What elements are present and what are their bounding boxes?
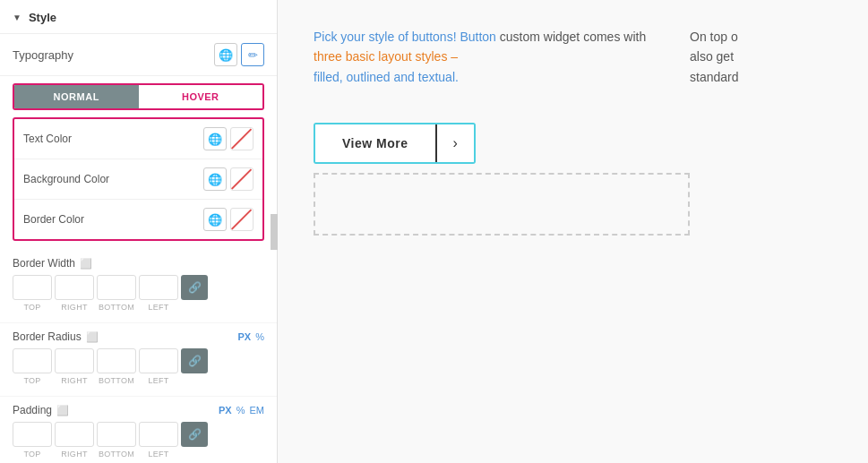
- right-content-area: Pick your style of buttons! Button custo…: [278, 0, 868, 463]
- padding-text: Padding: [13, 404, 52, 416]
- sublabel-left: LEFT: [139, 450, 178, 459]
- sublabel-top: TOP: [13, 450, 52, 459]
- border-radius-left[interactable]: [139, 348, 178, 373]
- button-widget: View More ›: [314, 123, 476, 164]
- sublabel-left: LEFT: [139, 376, 178, 385]
- padding-top[interactable]: [13, 422, 52, 447]
- style-title: Style: [29, 11, 56, 24]
- sublabel-right: RIGHT: [55, 376, 94, 385]
- border-color-globe-button[interactable]: 🌐: [203, 208, 227, 231]
- border-width-left[interactable]: [139, 275, 178, 300]
- text-color-globe-button[interactable]: 🌐: [203, 127, 227, 150]
- left-panel: ▼ Style Typography 🌐 ✏ NORMAL HOVER: [0, 0, 278, 463]
- sublabel-top: TOP: [13, 303, 52, 312]
- typography-label: Typography: [13, 48, 73, 62]
- text-block: Pick your style of buttons! Button custo…: [314, 27, 654, 87]
- monitor-icon: ⬜: [56, 405, 69, 416]
- border-width-inputs: 🔗: [13, 275, 264, 300]
- background-color-row: Background Color 🌐: [14, 159, 262, 200]
- padding-section: Padding ⬜ PX % EM 🔗 TOP: [0, 397, 277, 463]
- link-icon: 🔗: [188, 428, 202, 441]
- border-radius-top[interactable]: [13, 348, 52, 373]
- sublabel-bottom: BOTTOM: [97, 376, 136, 385]
- border-color-label: Border Color: [23, 213, 84, 226]
- bg-color-globe-button[interactable]: 🌐: [203, 167, 227, 191]
- typography-row: Typography 🌐 ✏: [0, 34, 277, 76]
- border-radius-text: Border Radius: [13, 330, 82, 343]
- side-text: On top oalso getstandard: [690, 27, 738, 87]
- side-paragraph: On top oalso getstandard: [690, 27, 738, 87]
- pencil-icon: ✏: [248, 48, 258, 62]
- padding-units: PX % EM: [219, 405, 264, 416]
- sublabel-right: RIGHT: [55, 303, 94, 312]
- text-color-icons: 🌐: [203, 127, 254, 150]
- sublabel-bottom: BOTTOM: [97, 303, 136, 312]
- padding-left[interactable]: [139, 422, 178, 447]
- border-radius-link-button[interactable]: 🔗: [181, 348, 208, 373]
- sublabel-bottom: BOTTOM: [97, 450, 136, 459]
- sublabel-top: TOP: [13, 376, 52, 385]
- padding-inputs: 🔗: [13, 422, 264, 447]
- border-radius-label: Border Radius ⬜: [13, 330, 99, 343]
- text-color-label: Text Color: [23, 133, 72, 145]
- monitor-icon: ⬜: [80, 258, 92, 270]
- border-color-row: Border Color 🌐: [14, 200, 262, 239]
- hover-tab[interactable]: HOVER: [139, 85, 263, 108]
- normal-tab[interactable]: NORMAL: [14, 85, 139, 108]
- padding-unit-pct[interactable]: %: [236, 405, 245, 416]
- content-area: Pick your style of buttons! Button custo…: [314, 27, 832, 87]
- padding-link-button[interactable]: 🔗: [181, 422, 208, 447]
- link-icon: 🔗: [188, 281, 202, 294]
- text-normal: custom widget comes with: [500, 30, 646, 44]
- arrow-button[interactable]: ›: [437, 124, 474, 162]
- color-section: Text Color 🌐 Background Color 🌐: [13, 117, 264, 241]
- unit-px-link[interactable]: PX: [238, 331, 252, 342]
- monitor-icon: ⬜: [86, 331, 99, 343]
- text-color-row: Text Color 🌐: [14, 119, 262, 159]
- border-radius-units: PX %: [238, 331, 264, 342]
- border-radius-bottom[interactable]: [97, 348, 136, 373]
- border-width-right[interactable]: [55, 275, 94, 300]
- globe-icon: 🌐: [208, 173, 222, 186]
- border-width-top[interactable]: [13, 275, 52, 300]
- padding-unit-px[interactable]: PX: [219, 405, 232, 416]
- padding-bottom[interactable]: [97, 422, 136, 447]
- border-width-label: Border Width ⬜: [13, 257, 92, 270]
- border-radius-right[interactable]: [55, 348, 94, 373]
- normal-hover-tabs: NORMAL HOVER: [13, 83, 264, 110]
- globe-icon: 🌐: [208, 213, 222, 227]
- typography-edit-button[interactable]: ✏: [241, 43, 264, 66]
- border-width-link-button[interactable]: 🔗: [181, 275, 208, 300]
- border-width-bottom[interactable]: [97, 275, 136, 300]
- border-width-label-row: Border Width ⬜: [13, 257, 264, 270]
- padding-right[interactable]: [55, 422, 94, 447]
- border-radius-sublabels: TOP RIGHT BOTTOM LEFT: [13, 376, 264, 385]
- dashed-placeholder: [314, 173, 690, 236]
- border-radius-section: Border Radius ⬜ PX % 🔗 TOP RIGHT: [0, 323, 277, 397]
- border-color-clear-button[interactable]: [230, 208, 254, 231]
- text-orange-highlight: three basic layout styles –: [314, 49, 458, 64]
- padding-unit-em[interactable]: EM: [250, 405, 265, 416]
- padding-label-row: Padding ⬜ PX % EM: [13, 404, 264, 416]
- globe-icon: 🌐: [219, 48, 233, 62]
- background-color-label: Background Color: [23, 173, 109, 185]
- link-icon: 🔗: [188, 355, 202, 367]
- border-width-sublabels: TOP RIGHT BOTTOM LEFT: [13, 303, 264, 312]
- style-section-header: ▼ Style: [0, 0, 277, 34]
- sublabel-left: LEFT: [139, 303, 178, 312]
- padding-sublabels: TOP RIGHT BOTTOM LEFT: [13, 450, 264, 459]
- sublabel-right: RIGHT: [55, 450, 94, 459]
- text-blue-highlight: Pick your style of buttons! Button: [314, 30, 496, 44]
- typography-globe-button[interactable]: 🌐: [214, 43, 237, 66]
- chevron-down-icon: ▼: [13, 13, 21, 22]
- globe-icon: 🌐: [208, 133, 222, 146]
- bg-color-clear-button[interactable]: [230, 167, 254, 191]
- padding-label: Padding ⬜: [13, 404, 69, 416]
- view-more-button[interactable]: View More: [315, 124, 437, 162]
- text-color-clear-button[interactable]: [230, 127, 254, 150]
- border-color-icons: 🌐: [203, 208, 254, 231]
- unit-pct-link[interactable]: %: [255, 331, 264, 342]
- border-radius-label-row: Border Radius ⬜ PX %: [13, 330, 264, 343]
- typography-icons: 🌐 ✏: [214, 43, 264, 66]
- border-width-section: Border Width ⬜ 🔗 TOP RIGHT BOTTOM LEFT: [0, 250, 277, 323]
